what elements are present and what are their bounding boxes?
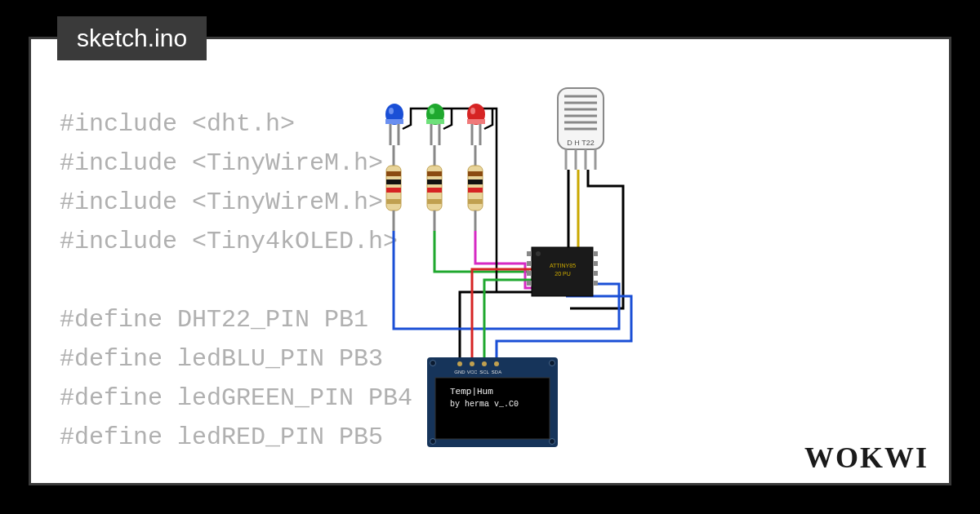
svg-point-61 [457,361,462,366]
svg-rect-54 [527,271,532,276]
svg-rect-39 [427,199,442,204]
svg-rect-37 [427,179,442,184]
svg-point-18 [430,108,434,114]
svg-rect-32 [386,199,401,204]
resistor-3 [468,145,483,231]
svg-rect-30 [386,179,401,184]
svg-text:ATTINY85: ATTINY85 [550,263,576,268]
svg-rect-53 [527,261,532,266]
svg-rect-56 [593,251,598,256]
svg-rect-29 [386,171,401,176]
circuit-diagram: D H T22 [354,80,697,472]
svg-point-75 [550,439,555,445]
brand-logo: WOKWI [804,441,929,475]
svg-rect-59 [593,281,598,286]
svg-point-13 [389,108,394,114]
svg-rect-46 [468,199,483,204]
resistor-1 [386,145,401,231]
attiny-chip: ATTINY85 20 PU [527,247,598,296]
svg-rect-14 [385,119,403,124]
svg-rect-31 [386,188,401,193]
svg-rect-58 [593,271,598,276]
svg-text:SCL: SCL [479,370,489,374]
svg-text:by herma   v_.C0: by herma v_.C0 [450,400,519,409]
svg-point-72 [430,361,436,366]
svg-text:20 PU: 20 PU [555,271,570,277]
svg-point-62 [470,361,474,366]
svg-text:Temp|Hum: Temp|Hum [450,387,493,397]
svg-text:GND: GND [454,370,466,374]
content-frame: #include <dht.h> #include <TinyWireM.h> … [29,37,951,485]
svg-point-49 [536,251,541,256]
led-red [467,104,485,145]
svg-rect-55 [527,281,532,286]
svg-rect-45 [468,188,483,193]
svg-rect-24 [467,119,485,124]
svg-rect-19 [426,119,444,124]
resistor-2 [427,145,442,231]
svg-rect-57 [593,261,598,266]
svg-rect-36 [427,171,442,176]
svg-point-73 [550,361,555,366]
file-tab[interactable]: sketch.ino [57,16,207,60]
svg-text:SDA: SDA [492,370,501,374]
led-green [426,104,444,145]
svg-text:VCC: VCC [467,370,478,374]
svg-rect-38 [427,188,442,193]
svg-point-64 [494,361,499,366]
svg-rect-44 [468,179,483,184]
dht22-sensor: D H T22 [558,88,604,170]
svg-point-63 [482,361,487,366]
svg-point-23 [470,108,475,114]
svg-rect-52 [527,251,532,256]
led-blue [385,104,403,145]
oled-display: GND VCC SCL SDA Temp|Hum by herma v_.C0 [427,357,558,447]
svg-rect-43 [468,171,483,176]
svg-point-74 [430,439,436,445]
svg-text:D H T22: D H T22 [567,139,594,147]
